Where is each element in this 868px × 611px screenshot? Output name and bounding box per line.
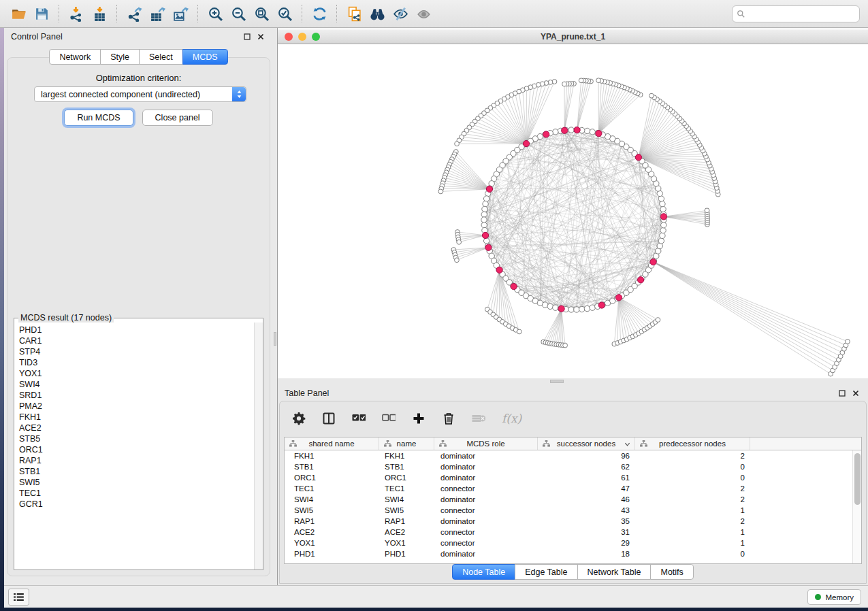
column-header-name[interactable]: name bbox=[379, 437, 434, 450]
network-node[interactable] bbox=[574, 307, 579, 312]
task-history-button[interactable] bbox=[8, 589, 29, 606]
table-cell[interactable]: SWI5 bbox=[285, 505, 379, 516]
float-panel-icon[interactable] bbox=[242, 31, 253, 42]
column-header-predecessor-nodes[interactable]: predecessor nodes bbox=[635, 437, 750, 450]
network-node[interactable] bbox=[563, 343, 568, 348]
network-node[interactable] bbox=[660, 206, 666, 212]
table-cell[interactable]: YOX1 bbox=[285, 538, 379, 548]
zoom-selected-button[interactable] bbox=[273, 3, 296, 24]
table-cell[interactable]: 1 bbox=[635, 505, 750, 516]
zoom-in-button[interactable] bbox=[204, 3, 227, 24]
table-scrollbar[interactable] bbox=[852, 450, 861, 563]
network-node[interactable] bbox=[658, 238, 664, 244]
mcds-result-item[interactable]: FKH1 bbox=[19, 412, 263, 423]
network-node[interactable] bbox=[553, 129, 558, 135]
table-cell[interactable]: connector bbox=[434, 505, 538, 516]
first-neighbors-button[interactable] bbox=[366, 3, 389, 24]
table-cell[interactable]: 43 bbox=[538, 505, 635, 516]
mcds-network-node[interactable] bbox=[543, 131, 549, 137]
table-cell[interactable]: dominator bbox=[434, 461, 538, 472]
table-cell[interactable]: SWI5 bbox=[379, 505, 434, 516]
table-row[interactable]: PHD1PHD1dominator180 bbox=[285, 548, 861, 559]
network-node[interactable] bbox=[596, 78, 601, 83]
mcds-result-item[interactable]: SWI4 bbox=[19, 379, 263, 390]
network-node[interactable] bbox=[579, 78, 583, 83]
table-cell[interactable]: dominator bbox=[434, 548, 538, 559]
horizontal-splitter-handle[interactable] bbox=[550, 380, 564, 383]
table-cell[interactable]: dominator bbox=[434, 472, 538, 483]
close-panel-icon[interactable] bbox=[255, 31, 266, 42]
network-node[interactable] bbox=[661, 222, 666, 228]
network-node[interactable] bbox=[517, 329, 521, 334]
mcds-network-node[interactable] bbox=[485, 244, 492, 250]
table-cell[interactable]: ACE2 bbox=[379, 527, 434, 538]
new-network-from-selection-button[interactable] bbox=[342, 3, 366, 24]
table-tab-network-table[interactable]: Network Table bbox=[577, 564, 652, 580]
table-tab-edge-table[interactable]: Edge Table bbox=[515, 564, 577, 580]
table-settings-button[interactable] bbox=[292, 412, 306, 425]
table-cell[interactable]: TEC1 bbox=[379, 483, 434, 494]
network-node[interactable] bbox=[562, 82, 567, 86]
mcds-network-node[interactable] bbox=[558, 306, 564, 312]
tab-select[interactable]: Select bbox=[139, 49, 183, 65]
network-node[interactable] bbox=[846, 340, 850, 344]
vertical-splitter-handle[interactable] bbox=[274, 332, 276, 346]
mcds-network-node[interactable] bbox=[523, 140, 529, 146]
network-node[interactable] bbox=[656, 318, 660, 323]
network-node[interactable] bbox=[553, 305, 558, 310]
table-cell[interactable]: dominator bbox=[434, 450, 538, 461]
mcds-result-item[interactable]: PMA2 bbox=[19, 401, 263, 412]
table-cell[interactable]: FKH1 bbox=[285, 450, 379, 461]
table-cell[interactable]: 2 bbox=[635, 450, 750, 461]
table-row[interactable]: ORC1ORC1dominator610 bbox=[285, 472, 861, 483]
table-cell[interactable]: ORC1 bbox=[379, 472, 434, 483]
network-node[interactable] bbox=[660, 201, 665, 206]
export-table-button[interactable] bbox=[146, 3, 169, 24]
save-session-button[interactable] bbox=[30, 3, 53, 24]
mcds-result-item[interactable]: RAP1 bbox=[19, 455, 263, 466]
table-tab-node-table[interactable]: Node Table bbox=[452, 564, 515, 580]
memory-button[interactable]: Memory bbox=[807, 589, 861, 605]
network-node[interactable] bbox=[584, 128, 590, 133]
table-cell[interactable]: connector bbox=[434, 527, 538, 538]
network-node[interactable] bbox=[584, 306, 590, 311]
deselect-all-button[interactable] bbox=[382, 412, 396, 425]
export-network-button[interactable] bbox=[123, 3, 146, 24]
table-cell[interactable]: SWI4 bbox=[285, 494, 379, 505]
network-node[interactable] bbox=[590, 305, 595, 310]
network-node[interactable] bbox=[660, 233, 665, 238]
network-node[interactable] bbox=[483, 201, 488, 206]
table-cell[interactable]: 0 bbox=[635, 548, 750, 559]
network-canvas[interactable] bbox=[278, 44, 868, 378]
table-row[interactable]: FKH1FKH1dominator962 bbox=[285, 450, 861, 461]
network-node[interactable] bbox=[483, 196, 489, 201]
open-file-button[interactable] bbox=[7, 3, 30, 24]
table-cell[interactable]: 62 bbox=[538, 461, 635, 472]
table-cell[interactable]: TEC1 bbox=[285, 483, 379, 494]
mcds-result-item[interactable]: YOX1 bbox=[19, 368, 263, 379]
import-network-button[interactable] bbox=[65, 3, 88, 24]
network-node[interactable] bbox=[455, 258, 460, 263]
network-node[interactable] bbox=[590, 129, 595, 135]
network-window-titlebar[interactable]: YPA_prune.txt_1 bbox=[278, 30, 868, 44]
table-row[interactable]: STB1STB1dominator620 bbox=[285, 461, 861, 472]
table-cell[interactable]: STB1 bbox=[285, 461, 379, 472]
table-cell[interactable]: RAP1 bbox=[285, 516, 379, 527]
table-scrollbar-thumb[interactable] bbox=[854, 453, 861, 505]
network-node[interactable] bbox=[482, 206, 487, 212]
table-cell[interactable]: PHD1 bbox=[379, 548, 434, 559]
table-row[interactable]: TEC1TEC1connector472 bbox=[285, 483, 861, 494]
mcds-result-item[interactable]: SWI5 bbox=[19, 477, 263, 488]
delete-entry-button[interactable] bbox=[442, 412, 455, 425]
mcds-result-item[interactable]: PHD1 bbox=[19, 325, 263, 335]
network-node[interactable] bbox=[568, 127, 574, 133]
mcds-result-item[interactable]: STB1 bbox=[19, 466, 263, 477]
mcds-result-item[interactable]: ORC1 bbox=[19, 444, 263, 455]
horizontal-splitter[interactable] bbox=[278, 378, 868, 384]
mcds-result-item[interactable]: CAR1 bbox=[19, 335, 263, 346]
table-cell[interactable]: connector bbox=[434, 538, 538, 548]
show-columns-button[interactable] bbox=[322, 412, 336, 425]
network-node[interactable] bbox=[568, 307, 574, 312]
network-node[interactable] bbox=[481, 222, 487, 228]
table-cell[interactable]: 18 bbox=[538, 548, 635, 559]
